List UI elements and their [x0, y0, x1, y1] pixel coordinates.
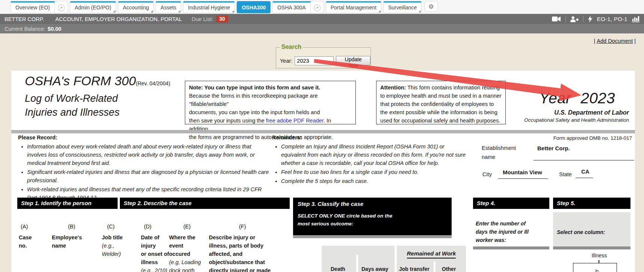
tab-accounting[interactable]: Accounting [118, 1, 154, 13]
column-letter-b: (B) [68, 224, 75, 230]
please-record-section: Please Record: Information about every w… [18, 134, 269, 202]
popout-arrow-icon: ↗ [314, 5, 320, 11]
column-b-label: Employee's name [52, 233, 82, 250]
column-d-line: Date of [141, 233, 169, 242]
outcome-days-away-label: Days away [361, 266, 389, 272]
column-letter-f: (F) [239, 224, 246, 230]
search-legend: Search [280, 44, 303, 50]
step4-divider-bar [473, 246, 549, 249]
outcome-separator [434, 261, 435, 272]
reminders-bullet: Complete the 5 steps for each case. [281, 177, 468, 185]
add-document-row: |Add Document| [594, 38, 636, 44]
section-divider [11, 130, 635, 133]
column-letter-e: (E) [183, 224, 190, 230]
column-f-line: illness, parts of body [209, 242, 271, 250]
tab-assets[interactable]: Assets [156, 1, 181, 13]
omb-approval: Form approved OMB no. 1218-017 [553, 135, 632, 141]
tab-industrial-hygiene[interactable]: Industrial Hygiene [183, 1, 235, 13]
tab-overview-popout-button[interactable]: ↗ [55, 1, 68, 13]
step3-shadow [293, 235, 452, 238]
column-d-label: Date of injury or onset of illness (e.g.… [141, 233, 169, 272]
tab-bar: Overview (EO) ↗ Admin (EO/PO) Accounting… [0, 0, 644, 14]
reminders-section: Reminders: Complete an Injury and Illnes… [272, 134, 467, 186]
stats-icon[interactable] [632, 16, 639, 22]
establishment-value[interactable]: Better Corp. [537, 145, 570, 151]
entity-codes: EO-1, PO-1 [597, 16, 627, 22]
note-box: Note: You can type input into this form … [185, 81, 356, 124]
illness-rotated-column: Injury [593, 269, 599, 272]
column-f-label: Describe injury or illness, parts of bod… [209, 233, 271, 272]
tab-osha300a[interactable]: OSHA 300A [272, 1, 311, 13]
settings-button[interactable]: ⚙ [425, 1, 437, 12]
column-letter-a: (A) [21, 224, 28, 230]
column-b-line: name [52, 242, 82, 250]
attention-label: Attention: [380, 85, 406, 91]
outcome-other-label: Other [442, 266, 456, 272]
company-name: BETTER CORP. [5, 16, 44, 22]
state-value[interactable]: CA [581, 168, 590, 175]
column-a-line: no. [19, 242, 32, 250]
establishment-label-line2: name [482, 153, 516, 162]
tab-surveillance[interactable]: Surveillance [383, 1, 422, 13]
form-year: Year2023 [539, 89, 615, 107]
step2-header: Step 2. Describe the case [120, 198, 290, 209]
search-panel: Search Year: Update Year [276, 47, 371, 68]
step4-instruction-line3: worker was: [476, 236, 529, 244]
step3-subtext-line2: most serious outcome: [298, 220, 447, 228]
city-value[interactable]: Mountain View [503, 169, 542, 175]
year-input[interactable] [295, 56, 334, 65]
column-d-example: (e.g., 2/10) [141, 266, 169, 272]
year-label: Year: [280, 58, 292, 64]
illness-columns-box: Injury [573, 263, 617, 272]
step5-instruction: Select one column: [557, 228, 605, 236]
column-letter-d: (D) [144, 224, 151, 230]
form-subtitle-line1: Log of Work-Related [25, 92, 119, 106]
due-list-badge[interactable]: 30 [216, 15, 228, 23]
column-e-line: occured [169, 250, 201, 258]
step4-instruction-line2: days the injured or Ill [476, 228, 529, 236]
header-separator [565, 16, 566, 22]
form-year-word: Year [539, 89, 571, 107]
illness-label: Illness [586, 252, 612, 258]
tab-osha300a-popout-button[interactable]: ↗ [311, 1, 324, 13]
tab-admin-eo-po[interactable]: Admin (EO/PO) [70, 1, 116, 13]
form-subtitle-line2: Injuries and Illnesses [25, 106, 119, 119]
column-a-label: Case no. [19, 233, 32, 250]
header-separator [583, 16, 584, 22]
note-line: Because the forms in this recordkeeping … [189, 92, 352, 108]
dol-line2: Occupational Safety and Health Administr… [524, 117, 629, 123]
app-screen: Overview (EO) ↗ Admin (EO/PO) Accounting… [0, 0, 644, 272]
column-e-example: (e.g, Loading [169, 258, 201, 266]
video-camera-icon[interactable] [552, 16, 561, 22]
flash-icon[interactable] [588, 16, 593, 23]
please-record-heading: Please Record: [18, 134, 269, 141]
form-year-value: 2023 [581, 89, 615, 107]
column-c-line: Job title [102, 233, 123, 242]
establishment-underline [534, 160, 634, 160]
column-d-line: illness [141, 258, 169, 266]
add-document-link[interactable]: Add Document [597, 38, 633, 44]
dol-block: U.S. Department of Labor Occupational Sa… [524, 109, 629, 123]
column-a-line: Case [19, 233, 32, 242]
column-d-line: injury [141, 242, 169, 250]
outcome-job-transfer-label: Job transfer [399, 266, 429, 272]
tab-osha300[interactable]: OSHA300 [237, 1, 271, 13]
step3-subtext-line1: SELECT ONLY ONE circle based on the [298, 212, 447, 220]
tab-overview-eo[interactable]: Overview (EO) [11, 1, 55, 13]
note-line-text: then save your inputs using the [189, 118, 266, 124]
update-year-button[interactable]: Update Year [336, 56, 370, 65]
form-subtitle: Log of Work-Related Injuries and Illness… [25, 92, 119, 119]
add-user-icon[interactable] [570, 16, 579, 22]
column-letter-c: (C) [107, 224, 115, 230]
reminders-heading: Reminders: [272, 134, 467, 141]
column-e-label: Where the event occured (e.g, Loading do… [169, 233, 201, 272]
please-record-bullet: Information about every work-related dea… [27, 142, 271, 167]
column-f-line: directly injured or made [209, 266, 271, 272]
state-label: State [559, 170, 572, 179]
remained-at-work-text: Remained at Work [407, 250, 456, 258]
column-c-label: Job title (e.g., Welder) [102, 233, 123, 258]
tab-portal-management[interactable]: Portal Management [326, 1, 381, 13]
column-b-line: Employee's [52, 233, 82, 242]
pdf-reader-link[interactable]: free adobe PDF Reader [266, 118, 324, 124]
osha-form-panel: OSHA's FORM 300(Rev. 04/2004) Log of Wor… [11, 71, 635, 272]
